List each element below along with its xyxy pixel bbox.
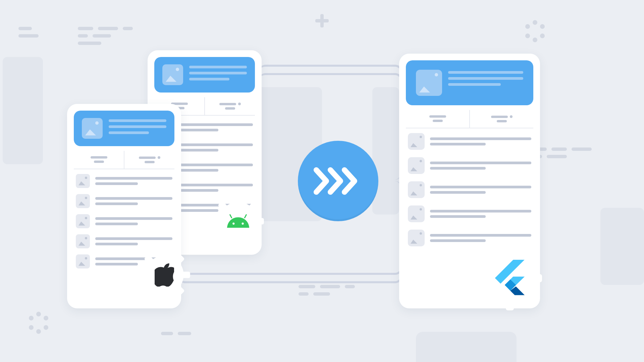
image-placeholder-icon bbox=[408, 157, 425, 174]
list-item bbox=[408, 181, 531, 198]
svg-rect-25 bbox=[478, 274, 490, 282]
apple-logo-icon bbox=[155, 263, 174, 287]
list-item bbox=[408, 133, 531, 150]
decorative-dashes bbox=[78, 27, 133, 45]
triple-chevron-right-icon bbox=[310, 166, 367, 196]
svg-rect-10 bbox=[235, 195, 241, 205]
image-placeholder-icon bbox=[408, 230, 425, 246]
phone-header bbox=[154, 57, 255, 93]
svg-rect-3 bbox=[139, 272, 148, 278]
image-placeholder-icon bbox=[82, 118, 103, 139]
phone-tab bbox=[74, 151, 124, 169]
image-placeholder-icon bbox=[76, 234, 90, 248]
gear-badge-ios bbox=[138, 248, 191, 302]
svg-rect-19 bbox=[244, 214, 247, 219]
gear-badge-flutter bbox=[476, 245, 543, 312]
image-placeholder-icon bbox=[76, 254, 90, 268]
svg-point-21 bbox=[242, 223, 244, 225]
svg-point-20 bbox=[232, 223, 234, 225]
decorative-dashes bbox=[18, 27, 39, 38]
phone-header bbox=[74, 111, 174, 146]
android-logo-icon bbox=[225, 213, 251, 230]
header-text-placeholder bbox=[448, 70, 523, 86]
bg-block bbox=[600, 208, 644, 285]
list-item bbox=[76, 234, 172, 248]
list-item bbox=[76, 214, 172, 228]
image-placeholder-icon bbox=[408, 181, 425, 198]
image-placeholder-icon bbox=[408, 205, 425, 222]
header-text-placeholder bbox=[109, 118, 166, 134]
svg-rect-4 bbox=[180, 272, 190, 278]
svg-rect-12 bbox=[212, 218, 222, 224]
svg-rect-24 bbox=[506, 298, 514, 310]
bg-block bbox=[416, 332, 517, 362]
transition-arrow-medallion bbox=[298, 141, 378, 221]
image-placeholder-icon bbox=[76, 214, 90, 228]
phone-tab bbox=[124, 151, 174, 169]
decorative-dashes bbox=[161, 332, 191, 335]
bg-block bbox=[3, 57, 43, 164]
list-item bbox=[408, 230, 531, 246]
decorative-dots bbox=[27, 312, 50, 335]
decorative-dots bbox=[523, 20, 547, 44]
image-placeholder-icon bbox=[416, 70, 442, 96]
svg-rect-26 bbox=[530, 274, 542, 282]
phone-header bbox=[406, 60, 533, 105]
image-placeholder-icon bbox=[76, 174, 90, 188]
svg-rect-2 bbox=[161, 291, 167, 301]
gear-badge-android bbox=[211, 194, 265, 248]
phone-list bbox=[406, 133, 533, 246]
image-placeholder-icon bbox=[408, 133, 425, 150]
decorative-dashes bbox=[299, 285, 355, 296]
image-placeholder-icon bbox=[162, 64, 183, 85]
flutter-logo-icon bbox=[495, 260, 525, 297]
svg-rect-18 bbox=[229, 214, 232, 219]
phone-tabs bbox=[74, 151, 174, 169]
phone-tabs bbox=[406, 110, 533, 128]
list-item bbox=[408, 157, 531, 174]
svg-rect-1 bbox=[161, 249, 167, 259]
list-item bbox=[408, 205, 531, 222]
phone-tab bbox=[205, 97, 255, 115]
list-item bbox=[76, 194, 172, 208]
image-placeholder-icon bbox=[76, 194, 90, 208]
header-text-placeholder bbox=[189, 64, 247, 80]
svg-rect-13 bbox=[254, 218, 264, 224]
phone-tab bbox=[470, 110, 533, 128]
svg-rect-11 bbox=[235, 237, 241, 247]
phone-tab bbox=[406, 110, 470, 128]
list-item bbox=[76, 174, 172, 188]
svg-rect-23 bbox=[506, 246, 514, 258]
